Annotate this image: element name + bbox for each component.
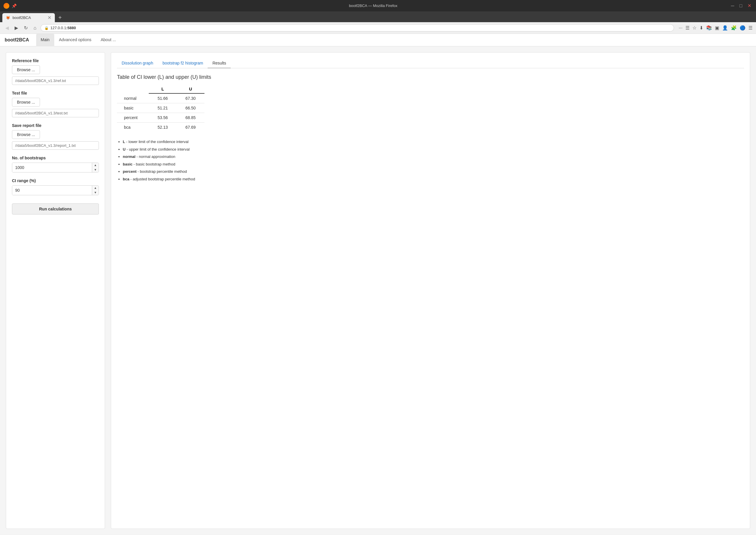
legend-item: bca - adjusted bootstrap percentile meth… bbox=[123, 176, 744, 182]
reference-browse-button[interactable]: Browse ... bbox=[12, 65, 40, 74]
table-row: bca 52.13 67.69 bbox=[117, 123, 204, 132]
back-button[interactable]: ◀ bbox=[4, 24, 11, 32]
save-report-browse-button[interactable]: Browse ... bbox=[12, 130, 40, 139]
window-title: bootf2BCA — Mozilla Firefox bbox=[349, 4, 397, 8]
right-panel: Dissolution graph bootstrap f2 histogram… bbox=[111, 52, 750, 529]
legend-desc: - lower limit of the confidence interval bbox=[125, 139, 188, 144]
legend-desc: - normal approximation bbox=[135, 155, 175, 159]
security-icon: 🔒 bbox=[44, 26, 49, 30]
restore-button[interactable]: □ bbox=[738, 3, 743, 9]
download-icon[interactable]: ⬇ bbox=[699, 25, 703, 31]
app-body: Reference file Browse ... Test file Brow… bbox=[0, 46, 756, 535]
menu-icon[interactable]: ☰ bbox=[748, 25, 752, 31]
bookmark-icon[interactable]: ☆ bbox=[692, 25, 696, 31]
tab-bootstrap-histogram[interactable]: bootstrap f2 histogram bbox=[158, 58, 208, 68]
table-cell-u: 67.30 bbox=[176, 94, 204, 103]
save-report-input[interactable] bbox=[12, 141, 99, 150]
ci-range-decrement[interactable]: ▼ bbox=[92, 190, 98, 195]
extensions-icon[interactable]: 🧩 bbox=[731, 25, 737, 31]
legend-key: percent bbox=[123, 169, 137, 174]
app-brand: bootf2BCA bbox=[5, 34, 34, 46]
results-tabs-bar: Dissolution graph bootstrap f2 histogram… bbox=[117, 58, 744, 68]
test-file-input[interactable] bbox=[12, 109, 99, 117]
ci-table: L U normal 51.66 67.30 basic 51.21 66.50… bbox=[117, 85, 204, 132]
more-options-icon[interactable]: ··· bbox=[679, 25, 683, 31]
nav-item-main[interactable]: Main bbox=[36, 34, 54, 46]
legend-key: basic bbox=[123, 162, 132, 166]
table-row: percent 53.56 68.85 bbox=[117, 113, 204, 123]
reference-file-input[interactable] bbox=[12, 76, 99, 85]
bootstraps-spinner: ▲ ▼ bbox=[92, 163, 98, 172]
tab-close-button[interactable]: ✕ bbox=[47, 15, 51, 20]
table-cell-method: bca bbox=[117, 123, 149, 132]
legend-item: L - lower limit of the confidence interv… bbox=[123, 139, 744, 145]
legend-key: L bbox=[123, 139, 125, 144]
results-content: Table of CI lower (L) and upper (U) limi… bbox=[117, 74, 744, 182]
firefox-logo-icon bbox=[4, 3, 9, 9]
url-host: 127.0.0.1 bbox=[50, 26, 66, 30]
table-row: basic 51.21 66.50 bbox=[117, 103, 204, 113]
title-bar: 📌 bootf2BCA — Mozilla Firefox ─ □ ✕ bbox=[0, 0, 756, 12]
legend-key: U bbox=[123, 147, 125, 152]
table-cell-l: 53.56 bbox=[149, 113, 177, 123]
nav-item-about[interactable]: About ... bbox=[96, 34, 121, 46]
legend-item: normal - normal approximation bbox=[123, 154, 744, 160]
ci-range-increment[interactable]: ▲ bbox=[92, 185, 98, 190]
table-cell-u: 66.50 bbox=[176, 103, 204, 113]
run-calculations-button[interactable]: Run calculations bbox=[12, 204, 99, 214]
ci-range-group: CI range (%) ▲ ▼ bbox=[12, 178, 99, 195]
app-nav: bootf2BCA Main Advanced options About ..… bbox=[0, 34, 756, 46]
pin-icon: 📌 bbox=[12, 4, 16, 8]
nav-item-advanced[interactable]: Advanced options bbox=[54, 34, 96, 46]
table-cell-method: normal bbox=[117, 94, 149, 103]
browser-chrome: 📌 bootf2BCA — Mozilla Firefox ─ □ ✕ 🦊 bo… bbox=[0, 0, 756, 34]
tab-favicon-icon: 🦊 bbox=[6, 16, 10, 20]
app-wrapper: bootf2BCA Main Advanced options About ..… bbox=[0, 34, 756, 535]
table-cell-method: basic bbox=[117, 103, 149, 113]
legend-desc: - bootstrap percentile method bbox=[137, 169, 187, 174]
bootstraps-label: No. of bootstraps bbox=[12, 155, 99, 160]
legend-key: bca bbox=[123, 177, 129, 181]
title-bar-left: 📌 bbox=[4, 3, 16, 9]
home-button[interactable]: ⌂ bbox=[32, 24, 38, 32]
tab-bar: 🦊 bootf2BCA ✕ + bbox=[0, 12, 756, 22]
firefox-account-icon[interactable]: 🔵 bbox=[740, 25, 745, 31]
left-panel: Reference file Browse ... Test file Brow… bbox=[6, 52, 105, 529]
nav-bar: ◀ ▶ ↻ ⌂ 🔒 127.0.0.1:5880 ··· ☰ ☆ ⬇ 📚 ▣ 👤… bbox=[0, 22, 756, 34]
test-file-group: Test file Browse ... bbox=[12, 91, 99, 117]
bootstraps-input[interactable] bbox=[12, 163, 92, 172]
account-icon[interactable]: 👤 bbox=[722, 25, 728, 31]
bootstraps-input-wrapper: ▲ ▼ bbox=[12, 162, 99, 173]
new-tab-button[interactable]: + bbox=[56, 13, 64, 22]
table-header-l: L bbox=[149, 85, 177, 94]
tab-dissolution-graph[interactable]: Dissolution graph bbox=[117, 58, 158, 68]
minimize-button[interactable]: ─ bbox=[730, 3, 735, 9]
table-row: normal 51.66 67.30 bbox=[117, 94, 204, 103]
ci-range-input-wrapper: ▲ ▼ bbox=[12, 185, 99, 195]
legend-desc: - basic bootstrap method bbox=[132, 162, 175, 166]
reference-file-group: Reference file Browse ... bbox=[12, 58, 99, 85]
bootstraps-group: No. of bootstraps ▲ ▼ bbox=[12, 155, 99, 173]
library-icon[interactable]: 📚 bbox=[706, 25, 712, 31]
url-bar[interactable]: 🔒 127.0.0.1:5880 bbox=[40, 24, 674, 32]
save-report-label: Save report file bbox=[12, 123, 99, 128]
browser-tab[interactable]: 🦊 bootf2BCA ✕ bbox=[2, 13, 55, 22]
legend-key: normal bbox=[123, 155, 135, 159]
ci-range-label: CI range (%) bbox=[12, 178, 99, 183]
table-cell-l: 52.13 bbox=[149, 123, 177, 132]
tab-results[interactable]: Results bbox=[208, 58, 231, 68]
table-cell-u: 68.85 bbox=[176, 113, 204, 123]
reading-list-icon[interactable]: ☰ bbox=[686, 25, 689, 31]
sidebar-icon[interactable]: ▣ bbox=[715, 25, 719, 31]
ci-range-input[interactable] bbox=[12, 185, 92, 195]
table-cell-l: 51.21 bbox=[149, 103, 177, 113]
test-browse-button[interactable]: Browse ... bbox=[12, 98, 40, 106]
legend-item: percent - bootstrap percentile method bbox=[123, 169, 744, 175]
legend-item: U - upper limit of the confidence interv… bbox=[123, 147, 744, 152]
nav-right-icons: ··· ☰ ☆ ⬇ 📚 ▣ 👤 🧩 🔵 ☰ bbox=[679, 25, 752, 31]
bootstraps-increment[interactable]: ▲ bbox=[92, 163, 98, 168]
forward-button[interactable]: ▶ bbox=[13, 24, 20, 32]
close-button[interactable]: ✕ bbox=[746, 2, 752, 9]
reload-button[interactable]: ↻ bbox=[22, 24, 29, 32]
bootstraps-decrement[interactable]: ▼ bbox=[92, 168, 98, 172]
